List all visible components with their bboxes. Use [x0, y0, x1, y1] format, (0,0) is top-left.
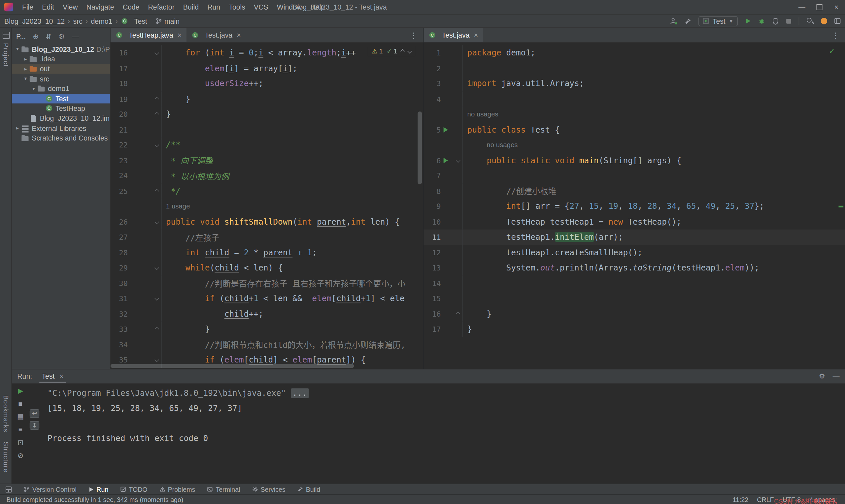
- code-line[interactable]: 30 //判断是否存在右孩子 且右孩子和左孩子哪个更小，小: [110, 275, 423, 291]
- line-number[interactable]: 19: [110, 95, 128, 103]
- line-number[interactable]: 18: [110, 79, 128, 88]
- toolwindow-todo[interactable]: TODO: [120, 486, 147, 493]
- code-line[interactable]: 16 }: [423, 306, 845, 322]
- line-number[interactable]: 33: [110, 325, 128, 334]
- line-number[interactable]: 12: [423, 248, 441, 257]
- code-line[interactable]: 12 testHeap1.createSmallHeap();: [423, 245, 845, 260]
- minimize-button[interactable]: —: [793, 0, 810, 14]
- menu-item-refactor[interactable]: Refactor: [144, 2, 178, 12]
- inlay-hint-row[interactable]: 1 usage: [110, 199, 423, 214]
- line-number[interactable]: 7: [423, 172, 441, 180]
- code-line[interactable]: 9 int[] arr = {27, 15, 19, 18, 28, 34, 6…: [423, 199, 845, 214]
- code-line[interactable]: 6 public static void main(String[] args)…: [423, 153, 845, 168]
- toolwindow-problems[interactable]: Problems: [159, 486, 195, 493]
- line-number[interactable]: 9: [423, 202, 441, 211]
- line-number[interactable]: 3: [423, 79, 441, 88]
- close-button[interactable]: ×: [828, 0, 845, 14]
- code-line[interactable]: 27 //左孩子: [110, 230, 423, 245]
- tree-item-blog-j2023-10-12-iml[interactable]: Blog_J2023_10_12.iml: [12, 113, 110, 123]
- close-icon[interactable]: ×: [59, 372, 64, 380]
- code-line[interactable]: 32 child++;: [110, 306, 423, 322]
- tree-item-idea[interactable]: ▸.idea: [12, 54, 110, 64]
- expand-collapse-icon[interactable]: ⇵: [46, 32, 52, 40]
- horizontal-scrollbar[interactable]: [110, 364, 354, 368]
- coverage-button[interactable]: [772, 17, 779, 24]
- line-number[interactable]: 10: [423, 217, 441, 226]
- expand-arrow-icon[interactable]: ▾: [14, 47, 21, 52]
- inspections-widget[interactable]: ⚠1 ✓1: [367, 46, 416, 57]
- code-line[interactable]: 17 elem[i] = array[i];: [110, 61, 423, 76]
- menu-item-run[interactable]: Run: [204, 2, 224, 12]
- project-toolwindow-icon[interactable]: [3, 32, 10, 39]
- status-widget-crlf[interactable]: CRLF: [757, 496, 774, 503]
- expand-arrow-icon[interactable]: ▸: [22, 56, 29, 62]
- menu-item-file[interactable]: File: [18, 2, 37, 12]
- line-number[interactable]: 31: [110, 294, 128, 303]
- line-number[interactable]: 34: [110, 340, 128, 349]
- print-icon[interactable]: ⊡: [17, 438, 23, 446]
- inlay-hint-row[interactable]: no usages: [423, 107, 845, 122]
- menu-item-code[interactable]: Code: [119, 2, 143, 12]
- fold-marker-icon[interactable]: [153, 220, 161, 223]
- line-number[interactable]: 24: [110, 172, 128, 180]
- code-line[interactable]: 19 }: [110, 91, 423, 107]
- code-line[interactable]: 34 //判断根节点和child的大小，若根节点小则结束遍历,: [110, 337, 423, 352]
- line-number[interactable]: 1: [423, 49, 441, 57]
- line-number[interactable]: 23: [110, 156, 128, 165]
- toolwindow-build[interactable]: Build: [297, 486, 320, 493]
- run-configuration-select[interactable]: Test ▼: [699, 16, 738, 26]
- debug-button[interactable]: [758, 17, 765, 24]
- rerun-button[interactable]: ▶: [18, 386, 23, 395]
- close-tab-icon[interactable]: ×: [178, 31, 181, 39]
- code-line[interactable]: 29 while(child < len) {: [110, 260, 423, 276]
- code-line[interactable]: 1package demo1;: [423, 45, 845, 61]
- menu-item-build[interactable]: Build: [179, 2, 203, 12]
- editor-tab-test-java[interactable]: Test.java×: [187, 28, 246, 42]
- tree-item-test[interactable]: Test: [12, 94, 110, 104]
- tree-item-demo1[interactable]: ▾demo1: [12, 84, 110, 94]
- menu-item-navigate[interactable]: Navigate: [83, 2, 118, 12]
- close-tab-icon[interactable]: ×: [474, 31, 478, 39]
- line-number[interactable]: 27: [110, 233, 128, 241]
- code-line[interactable]: 7: [423, 168, 845, 183]
- line-number[interactable]: 2: [423, 64, 441, 73]
- fold-marker-icon[interactable]: [153, 113, 161, 116]
- stop-icon[interactable]: ■: [18, 399, 23, 407]
- tab-options-icon[interactable]: ⋮: [404, 28, 423, 42]
- fold-marker-icon[interactable]: [153, 189, 161, 193]
- settings-gear-icon[interactable]: ⚙: [819, 372, 825, 380]
- build-hammer-icon[interactable]: [685, 17, 691, 24]
- line-number[interactable]: 5: [423, 125, 441, 134]
- line-number[interactable]: 22: [110, 141, 128, 149]
- toolwindow-run[interactable]: Run: [88, 486, 108, 493]
- breadcrumb-test[interactable]: Test: [134, 17, 147, 25]
- code-line[interactable]: 13 System.out.println(Arrays.toString(te…: [423, 260, 845, 276]
- code-line[interactable]: 4: [423, 91, 845, 107]
- select-opened-file-icon[interactable]: ⊕: [33, 32, 39, 40]
- next-problem-icon[interactable]: [407, 49, 412, 53]
- notification-icon[interactable]: [821, 18, 828, 24]
- line-number[interactable]: 32: [110, 309, 128, 318]
- fold-marker-icon[interactable]: [454, 312, 462, 316]
- status-message[interactable]: Build completed successfully in 1 sec, 3…: [6, 496, 183, 503]
- line-number[interactable]: 29: [110, 264, 128, 272]
- line-number[interactable]: 13: [423, 264, 441, 272]
- toolwindow-terminal[interactable]: Terminal: [207, 486, 240, 493]
- inlay-hint-row[interactable]: no usages: [423, 137, 845, 153]
- tree-item-out[interactable]: ▸out: [12, 64, 110, 74]
- breadcrumb-blog-j2023-10-12[interactable]: Blog_J2023_10_12: [4, 17, 65, 25]
- line-number[interactable]: 4: [423, 95, 441, 103]
- code-line[interactable]: 21: [110, 122, 423, 138]
- status-widget-utf-8[interactable]: UTF-8: [782, 496, 801, 503]
- scroll-to-end-icon[interactable]: ↧: [30, 421, 39, 430]
- code-line[interactable]: 18 usderSize++;: [110, 76, 423, 91]
- menu-item-view[interactable]: View: [59, 2, 82, 12]
- tree-item-scratches-and-consoles[interactable]: Scratches and Consoles: [12, 133, 110, 143]
- expand-arrow-icon[interactable]: ▸: [14, 126, 21, 131]
- line-number[interactable]: 35: [110, 356, 128, 364]
- tree-item-testheap[interactable]: TestHeap: [12, 104, 110, 113]
- fold-marker-icon[interactable]: [454, 159, 462, 162]
- fold-marker-icon[interactable]: [153, 358, 161, 361]
- line-number[interactable]: 30: [110, 279, 128, 287]
- toolwindow-version-control[interactable]: Version Control: [24, 486, 76, 493]
